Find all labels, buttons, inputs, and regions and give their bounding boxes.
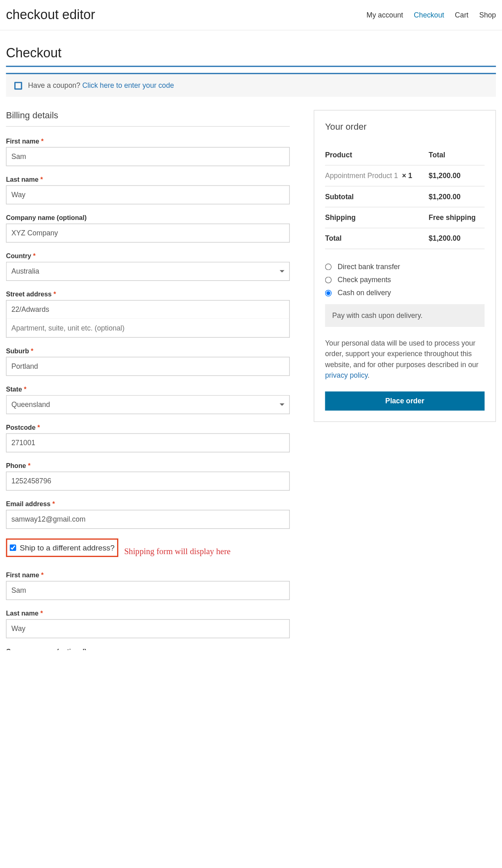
ship-different-label: Ship to a different address? <box>20 543 115 552</box>
pay-cod-label: Cash on delivery <box>338 289 391 297</box>
order-heading: Your order <box>325 121 485 131</box>
suburb-field[interactable] <box>6 357 290 376</box>
state-value: Queensland <box>11 400 50 409</box>
site-title: checkout editor <box>6 7 95 23</box>
shipping-label: Shipping <box>325 207 429 228</box>
company-label: Company name (optional) <box>6 214 290 221</box>
page-title: Checkout <box>6 46 496 61</box>
order-item-total: $1,200.00 <box>429 172 461 180</box>
payment-methods: Direct bank transfer Check payments Cash… <box>325 260 485 327</box>
ship-different-toggle-box: Ship to a different address? <box>6 538 118 557</box>
privacy-link[interactable]: privacy policy <box>325 371 368 380</box>
pay-description: Pay with cash upon delivery. <box>325 304 485 327</box>
pay-check-radio[interactable] <box>325 276 332 283</box>
annotation-text: Shipping form will display here <box>124 546 230 556</box>
last-name-label: Last name * <box>6 176 290 183</box>
email-label: Email address * <box>6 500 290 507</box>
street-field-2[interactable] <box>6 319 290 338</box>
main-nav: My account Checkout Cart Shop <box>366 11 496 19</box>
total-value: $1,200.00 <box>429 234 461 243</box>
ship-first-name-field[interactable] <box>6 581 290 600</box>
order-item-name: Appointment Product 1 <box>325 172 398 180</box>
phone-label: Phone * <box>6 462 290 469</box>
order-table: Product Total Appointment Product 1 × 1 … <box>325 145 485 249</box>
ship-company-label: Company name (optional) <box>6 648 290 650</box>
ship-different-checkbox[interactable] <box>10 544 16 551</box>
chevron-down-icon <box>280 270 285 272</box>
first-name-label: First name * <box>6 137 290 145</box>
chevron-down-icon <box>280 403 285 406</box>
ship-last-name-label: Last name * <box>6 609 290 617</box>
privacy-text: Your personal data will be used to proce… <box>325 338 485 381</box>
coupon-link[interactable]: Click here to enter your code <box>82 81 174 90</box>
state-select[interactable]: Queensland <box>6 395 290 414</box>
shipping-value: Free shipping <box>429 213 476 222</box>
nav-checkout[interactable]: Checkout <box>414 11 444 19</box>
country-label: Country * <box>6 252 290 259</box>
order-item-name-cell: Appointment Product 1 × 1 <box>325 165 429 186</box>
billing-heading: Billing details <box>6 110 290 126</box>
coupon-have-text: Have a coupon? <box>28 81 80 90</box>
total-label: Total <box>325 228 429 249</box>
order-item-qty: × 1 <box>402 172 412 180</box>
col-product: Product <box>325 145 429 165</box>
nav-shop[interactable]: Shop <box>479 11 496 19</box>
pay-bank-radio[interactable] <box>325 263 332 270</box>
col-total: Total <box>429 145 485 165</box>
state-label: State * <box>6 385 290 393</box>
country-select[interactable]: Australia <box>6 262 290 281</box>
pay-bank-label: Direct bank transfer <box>338 262 400 271</box>
email-field[interactable] <box>6 510 290 529</box>
title-underline <box>6 66 496 67</box>
country-value: Australia <box>11 267 39 276</box>
subtotal-value: $1,200.00 <box>429 192 461 201</box>
street-field-1[interactable] <box>6 300 290 319</box>
pay-cod-radio[interactable] <box>325 289 332 296</box>
postcode-label: Postcode * <box>6 424 290 431</box>
coupon-icon <box>14 82 22 89</box>
place-order-button[interactable]: Place order <box>325 392 485 411</box>
pay-check-label: Check payments <box>338 276 391 284</box>
phone-field[interactable] <box>6 472 290 491</box>
street-label: Street address * <box>6 290 290 298</box>
company-field[interactable] <box>6 224 290 243</box>
suburb-label: Suburb * <box>6 347 290 355</box>
coupon-notice: Have a coupon? Click here to enter your … <box>6 73 496 97</box>
nav-cart[interactable]: Cart <box>455 11 468 19</box>
first-name-field[interactable] <box>6 147 290 166</box>
nav-my-account[interactable]: My account <box>366 11 403 19</box>
ship-first-name-label: First name * <box>6 571 290 579</box>
ship-last-name-field[interactable] <box>6 619 290 638</box>
subtotal-label: Subtotal <box>325 186 429 207</box>
postcode-field[interactable] <box>6 433 290 452</box>
last-name-field[interactable] <box>6 185 290 204</box>
